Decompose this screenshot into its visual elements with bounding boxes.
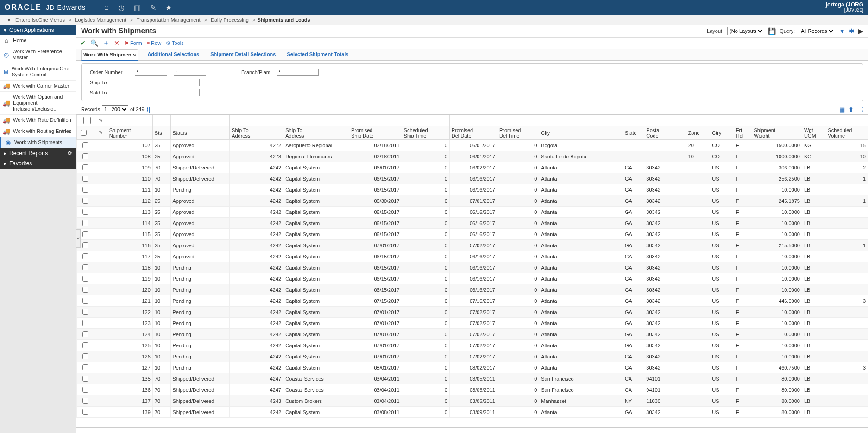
close-button[interactable]: ✕ <box>114 39 120 47</box>
ship-to-input[interactable] <box>135 79 200 86</box>
go-icon[interactable]: ▶ <box>858 27 863 35</box>
table-row[interactable]: 11225Approved4242Capital System06/30/201… <box>77 195 868 207</box>
row-checkbox[interactable] <box>82 187 88 193</box>
row-checkbox[interactable] <box>82 242 88 248</box>
grid-filter-input[interactable] <box>539 117 623 124</box>
grid-filter-input[interactable] <box>171 117 230 124</box>
grid-column-header[interactable]: PromisedDel Time <box>497 126 539 140</box>
query-select[interactable]: All Records <box>799 27 835 35</box>
grid-column-header[interactable]: PromisedShip Date <box>349 126 402 140</box>
grid-maximize-icon[interactable]: ⛶ <box>857 106 863 113</box>
grid-column-header[interactable]: ShipmentNumber <box>107 126 152 140</box>
row-checkbox[interactable] <box>82 342 88 348</box>
sidebar-item[interactable]: 🚚Work with Routing Entries <box>0 126 76 137</box>
row-checkbox[interactable] <box>82 264 88 270</box>
table-row[interactable]: 11525Approved4242Capital System06/15/201… <box>77 229 868 240</box>
recent-reports-header[interactable]: ▸ Recent Reports ⟳ <box>0 148 76 158</box>
sidebar-item[interactable]: ⌂Home <box>0 35 76 46</box>
grid-column-header[interactable]: ScheduledShip Time <box>402 126 449 140</box>
grid-column-header[interactable]: ✎ <box>94 126 107 140</box>
grid-filter-input[interactable] <box>644 117 686 124</box>
grid-filter-input[interactable] <box>497 117 539 124</box>
tab[interactable]: Selected Shipment Totals <box>285 49 350 60</box>
table-row[interactable]: 12110Pending4242Capital System07/15/2017… <box>77 295 868 307</box>
sidebar-item[interactable]: 🚚Work With Option and Equipment Inclusio… <box>0 92 76 115</box>
table-row[interactable]: 12310Pending4242Capital System07/01/2017… <box>77 318 868 329</box>
row-checkbox[interactable] <box>82 253 88 259</box>
grid-customize-icon[interactable]: ▦ <box>839 106 845 113</box>
grid-export-icon[interactable]: ⬆ <box>849 106 854 113</box>
sold-to-input[interactable] <box>135 89 200 96</box>
table-row[interactable]: 10970Shipped/Delivered4242Capital System… <box>77 162 868 173</box>
star-icon[interactable]: ★ <box>165 3 172 12</box>
grid-column-header[interactable] <box>77 126 94 140</box>
filter-icon[interactable]: ▼ <box>839 27 845 35</box>
branch-plant-input[interactable] <box>277 69 319 76</box>
ok-button[interactable]: ✔ <box>80 39 86 47</box>
layout-select[interactable]: (No Layout) <box>727 27 764 35</box>
grid-column-header[interactable]: Sts <box>152 126 170 140</box>
sidebar-collapse-handle[interactable]: « <box>76 229 81 248</box>
table-row[interactable]: 13770Shipped/Delivered4243Custom Brokers… <box>77 395 868 407</box>
row-checkbox[interactable] <box>82 376 88 382</box>
tab[interactable]: Additional Selections <box>145 49 201 60</box>
table-row[interactable]: 11625Approved4242Capital System07/01/201… <box>77 240 868 251</box>
grid-filter-input[interactable] <box>826 117 868 124</box>
grid-column-header[interactable]: PostalCode <box>644 126 686 140</box>
breadcrumb-toggle[interactable]: ▼ <box>6 17 12 23</box>
sidebar-item[interactable]: 🚚Work With Rate Definition <box>0 115 76 126</box>
table-row[interactable]: 12710Pending4242Capital System08/01/2017… <box>77 362 868 373</box>
table-row[interactable]: 13970Shipped/Delivered4242Capital System… <box>77 407 868 418</box>
row-checkbox[interactable] <box>82 209 88 215</box>
row-checkbox[interactable] <box>82 409 88 415</box>
row-checkbox[interactable] <box>82 164 88 170</box>
form-menu[interactable]: ⚑Form <box>124 40 142 46</box>
grid-filter-input[interactable] <box>153 117 170 124</box>
table-row[interactable]: 11110Pending4242Capital System06/15/2017… <box>77 184 868 195</box>
table-row[interactable]: 12410Pending4242Capital System07/01/2017… <box>77 329 868 340</box>
sidebar-item[interactable]: ◎Work With Preference Master <box>0 46 76 63</box>
save-layout-icon[interactable]: 💾 <box>768 27 776 35</box>
row-checkbox[interactable] <box>82 398 88 404</box>
grid-filter-input[interactable] <box>283 117 349 124</box>
grid-column-header[interactable]: WgtUOM <box>802 126 826 140</box>
grid-column-header[interactable]: FrtHdl <box>734 126 752 140</box>
tab[interactable]: Shipment Detail Selections <box>208 49 277 60</box>
row-checkbox[interactable] <box>82 220 88 226</box>
row-checkbox[interactable] <box>82 364 88 370</box>
grid-filter-input[interactable] <box>402 117 449 124</box>
order-number-input-2[interactable] <box>174 69 206 76</box>
row-checkbox[interactable] <box>82 331 88 337</box>
banner-user[interactable]: jortega (JORG [JDV920] <box>826 2 863 13</box>
grid-filter-input[interactable] <box>734 117 752 124</box>
grid-filter-input[interactable] <box>802 117 826 124</box>
table-row[interactable]: 10825Approved4273Regional Lluminares02/1… <box>77 151 868 162</box>
breadcrumb-item[interactable]: Daily Processing <box>211 17 249 23</box>
select-all-checkbox[interactable] <box>79 117 95 124</box>
table-row[interactable]: 12010Pending4242Capital System06/15/2017… <box>77 284 868 295</box>
row-checkbox[interactable] <box>82 153 88 159</box>
table-row[interactable]: 10725Approved4272Aeropuerto Regional02/1… <box>77 140 868 151</box>
add-button[interactable]: ＋ <box>103 39 109 47</box>
grid-filter-input[interactable] <box>752 117 802 124</box>
table-row[interactable]: 11070Shipped/Delivered4242Capital System… <box>77 173 868 184</box>
sidebar-item[interactable]: 🖥Work With EnterpriseOne System Control <box>0 63 76 81</box>
row-checkbox[interactable] <box>82 142 88 148</box>
home-icon[interactable]: ⌂ <box>104 3 109 12</box>
row-checkbox[interactable] <box>82 309 88 315</box>
edit-icon[interactable]: ✎ <box>150 3 156 12</box>
refresh-icon[interactable]: ⟳ <box>68 150 72 157</box>
row-checkbox[interactable] <box>82 353 88 359</box>
grid-column-header[interactable]: Ship ToAddress <box>283 126 349 140</box>
table-row[interactable]: 11910Pending4242Capital System06/15/2017… <box>77 273 868 284</box>
grid-column-header[interactable]: Ctry <box>710 126 734 140</box>
search-button[interactable]: 🔍 <box>90 39 98 47</box>
favorites-header[interactable]: ▸ Favorites <box>0 158 76 169</box>
grid-filter-input[interactable] <box>450 117 497 124</box>
grid-column-header[interactable]: Ship ToAddress <box>230 126 283 140</box>
chart-icon[interactable]: ▥ <box>134 3 141 12</box>
tools-menu[interactable]: ⚙Tools <box>166 40 184 46</box>
edit-column-icon[interactable]: ✎ <box>94 118 107 124</box>
table-row[interactable]: 12210Pending4242Capital System07/01/2017… <box>77 307 868 318</box>
grid-filter-input[interactable] <box>107 117 152 124</box>
